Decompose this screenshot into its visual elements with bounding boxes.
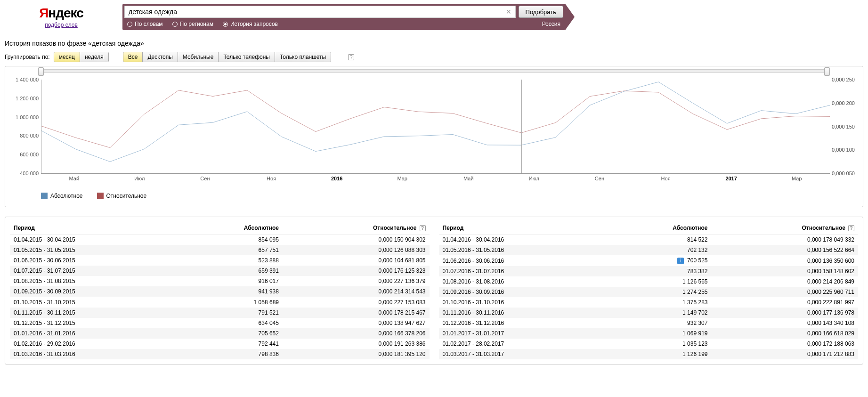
th-abs: Абсолютное xyxy=(179,222,283,235)
x-tick: 2017 xyxy=(725,176,737,181)
table-row: 01.08.2015 - 31.08.2015916 0170,000 227 … xyxy=(10,276,430,286)
th-period: Период xyxy=(10,222,179,235)
cell-period: 01.08.2016 - 31.08.2016 xyxy=(439,276,608,287)
cell-period: 01.01.2017 - 31.01.2017 xyxy=(439,328,608,339)
tab-words[interactable]: По словам xyxy=(127,21,163,27)
cell-rel: 0,000 126 088 303 xyxy=(283,245,430,255)
cell-period: 01.02.2017 - 28.02.2017 xyxy=(439,339,608,349)
logo-subtitle-link[interactable]: подбор слов xyxy=(45,22,78,28)
cell-abs: 1 126 565 xyxy=(608,276,711,287)
y-left-tick: 600 000 xyxy=(12,152,39,157)
cell-rel: 0,000 225 960 711 xyxy=(711,287,858,297)
header: Яндекс подбор слов ✕ Подобрать По словам… xyxy=(0,0,868,30)
slider-handle-left[interactable] xyxy=(38,67,44,76)
th-period: Период xyxy=(439,222,608,235)
table-row: 01.02.2017 - 28.02.20171 035 1230,000 17… xyxy=(439,339,859,349)
cell-rel: 0,000 150 904 302 xyxy=(283,235,430,245)
swatch-abs-icon xyxy=(41,193,48,199)
cell-period: 01.08.2015 - 31.08.2015 xyxy=(10,276,179,286)
table-row: 01.11.2015 - 30.11.2015791 5210,000 178 … xyxy=(10,308,430,318)
radio-icon xyxy=(223,22,228,27)
info-icon[interactable]: i xyxy=(677,258,684,264)
cell-rel: 0,000 177 136 978 xyxy=(711,308,858,318)
th-rel: Относительное? xyxy=(711,222,858,235)
cell-abs: 659 391 xyxy=(179,266,283,276)
cell-period: 01.07.2015 - 31.07.2015 xyxy=(10,266,179,276)
cell-period: 01.01.2016 - 31.01.2016 xyxy=(10,328,179,339)
y-right-tick: 0,000 250 xyxy=(832,77,860,82)
tab-regions[interactable]: По регионам xyxy=(172,21,213,27)
cell-abs: 932 307 xyxy=(608,318,711,328)
search-wrap: ✕ Подобрать По словам По регионам Истори… xyxy=(122,4,575,30)
data-table-right: Период Абсолютное Относительное? 01.04.2… xyxy=(439,222,859,359)
cell-period: 01.10.2015 - 31.10.2015 xyxy=(10,297,179,307)
cell-rel: 0,000 143 340 108 xyxy=(711,318,858,328)
slider-handle-right[interactable] xyxy=(824,67,830,76)
help-icon[interactable]: ? xyxy=(420,225,426,231)
marker-line xyxy=(521,80,522,173)
cell-abs: 792 441 xyxy=(179,339,283,349)
table-row: 01.04.2016 - 30.04.2016814 5220,000 178 … xyxy=(439,235,859,245)
cell-abs: 783 382 xyxy=(608,266,711,276)
table-row: 01.09.2016 - 30.09.20161 274 2550,000 22… xyxy=(439,287,859,297)
search-input[interactable] xyxy=(125,6,502,17)
device-phones[interactable]: Только телефоны xyxy=(219,52,275,62)
cell-abs: 1 069 919 xyxy=(608,328,711,339)
tables-wrap: Период Абсолютное Относительное? 01.04.2… xyxy=(5,217,863,365)
x-tick: Мар xyxy=(397,176,407,181)
chart-box: 1 400 0001 200 0001 000 000800 000600 00… xyxy=(5,66,863,207)
device-all[interactable]: Все xyxy=(123,52,143,62)
device-tablets[interactable]: Только планшеты xyxy=(275,52,331,62)
search-bar: ✕ Подобрать xyxy=(122,4,565,18)
clear-icon[interactable]: ✕ xyxy=(506,8,511,16)
range-slider[interactable] xyxy=(41,69,827,73)
table-row: 01.06.2015 - 30.06.2015523 8880,000 104 … xyxy=(10,255,430,266)
cell-rel: 0,000 178 215 467 xyxy=(283,308,430,318)
cell-period: 01.10.2016 - 31.10.2016 xyxy=(439,297,608,308)
device-mobile[interactable]: Мобильные xyxy=(178,52,219,62)
cell-rel: 0,000 222 891 997 xyxy=(711,297,858,308)
table-row: 01.12.2015 - 31.12.2015634 0450,000 138 … xyxy=(10,318,430,328)
cell-rel: 0,000 191 263 386 xyxy=(283,339,430,349)
table-row: 01.12.2016 - 31.12.2016932 3070,000 143 … xyxy=(439,318,859,328)
table-row: 01.03.2017 - 31.03.20171 126 1990,000 17… xyxy=(439,349,859,359)
logo-rest: ндекс xyxy=(48,6,83,20)
y-right-tick: 0,000 150 xyxy=(832,124,860,130)
legend-rel-label: Относительное xyxy=(106,193,147,199)
table-row: 01.01.2016 - 31.01.2016705 6520,000 166 … xyxy=(10,328,430,339)
cell-abs: 814 522 xyxy=(608,235,711,245)
table-row: 01.10.2016 - 31.10.20161 375 2830,000 22… xyxy=(439,297,859,308)
table-row: 01.05.2015 - 31.05.2015657 7510,000 126 … xyxy=(10,245,430,255)
cell-abs: 1 375 283 xyxy=(608,297,711,308)
cell-rel: 0,000 158 148 602 xyxy=(711,266,858,276)
logo[interactable]: Яндекс xyxy=(0,6,122,21)
cell-period: 01.06.2015 - 30.06.2015 xyxy=(10,255,179,266)
cell-period: 01.12.2015 - 31.12.2015 xyxy=(10,318,179,328)
cell-period: 01.06.2016 - 30.06.2016 xyxy=(439,255,608,266)
group-month[interactable]: месяц xyxy=(54,52,80,62)
cell-rel: 0,000 172 188 063 xyxy=(711,339,858,349)
cell-rel: 0,000 104 681 805 xyxy=(283,255,430,266)
help-icon[interactable]: ? xyxy=(848,225,854,231)
table-row: 01.10.2015 - 31.10.20151 058 6890,000 22… xyxy=(10,297,430,307)
tab-history[interactable]: История запросов xyxy=(223,21,278,27)
cell-rel: 0,000 227 153 083 xyxy=(283,297,430,307)
group-by-toggle: месяц неделя xyxy=(54,52,109,62)
region-label[interactable]: Россия xyxy=(542,21,560,27)
search-button[interactable]: Подобрать xyxy=(519,6,563,18)
cell-period: 01.02.2016 - 29.02.2016 xyxy=(10,339,179,349)
page-title: История показов по фразе «детская одежда… xyxy=(0,30,868,52)
cell-rel: 0,000 181 395 120 xyxy=(283,349,430,359)
tab-regions-label: По регионам xyxy=(180,21,213,27)
help-icon[interactable]: ? xyxy=(348,54,354,60)
cell-period: 01.11.2015 - 30.11.2015 xyxy=(10,308,179,318)
device-desktop[interactable]: Десктопы xyxy=(143,52,178,62)
group-week[interactable]: неделя xyxy=(80,52,108,62)
cell-abs: 798 836 xyxy=(179,349,283,359)
cell-abs: 702 132 xyxy=(608,245,711,255)
table-row: 01.03.2016 - 31.03.2016798 8360,000 181 … xyxy=(10,349,430,359)
x-tick: 2016 xyxy=(331,176,342,181)
cell-abs: 791 521 xyxy=(179,308,283,318)
x-tick: Май xyxy=(69,176,80,181)
y-left-tick: 1 000 000 xyxy=(12,114,39,120)
